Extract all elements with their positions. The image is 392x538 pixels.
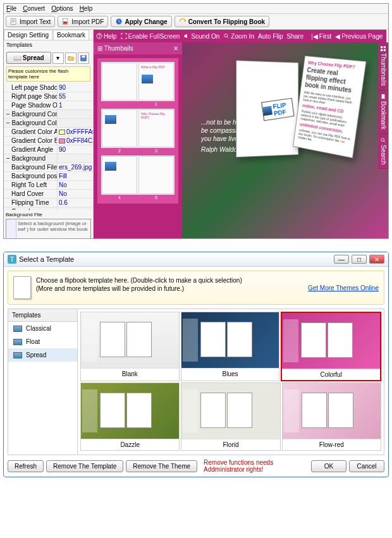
apply-icon — [115, 18, 123, 25]
grid-icon — [381, 46, 386, 51]
sidetab-bookmark[interactable]: Bookmark — [378, 90, 388, 134]
property-row[interactable]: − Background Color — [4, 119, 93, 128]
folder-icon — [68, 55, 74, 61]
info-line-1: Choose a flipbook template here. (Double… — [36, 276, 303, 284]
template-flowred[interactable]: Flow-red — [282, 382, 381, 451]
template-florid[interactable]: Florid — [181, 382, 280, 451]
autoflip-button[interactable]: Auto Flip — [258, 33, 283, 40]
remove-theme-button[interactable]: Remove The Theme — [126, 460, 197, 472]
template-spread-button[interactable]: 📖 Spread — [6, 52, 51, 64]
property-row[interactable]: Hard CoverNo — [4, 190, 93, 199]
property-row[interactable]: Gradient Color A0xFFFFA6 — [4, 128, 93, 137]
bookmark-icon — [381, 94, 386, 99]
svg-rect-2 — [64, 21, 68, 24]
property-row[interactable]: Gradient Angle90 — [4, 145, 93, 154]
template-blank[interactable]: Blank — [80, 312, 180, 381]
templates-label: Templates — [4, 40, 93, 49]
template-save-button[interactable] — [78, 52, 89, 64]
background-file-section: Background File Select a background (ima… — [6, 212, 91, 238]
book-right-page: Why Choose Flip PDF? Create real flippin… — [293, 56, 367, 159]
close-button[interactable]: ✕ — [369, 255, 384, 264]
flipbook-3d[interactable]: FLIP PDF Why Choose Flip PDF? Create rea… — [236, 49, 363, 162]
sidetab-search[interactable]: Search — [378, 134, 388, 169]
property-row[interactable]: − Background — [4, 154, 93, 163]
book-icon — [13, 276, 31, 299]
svg-text:?: ? — [98, 33, 101, 39]
template-dropdown-button[interactable]: ▾ — [52, 52, 64, 64]
apply-change-button[interactable]: Apply Change — [111, 16, 171, 27]
menu-options[interactable]: Options — [51, 5, 73, 12]
share-button[interactable]: Share — [287, 33, 304, 40]
template-category-classical[interactable]: Classical — [8, 322, 77, 335]
disk-icon — [80, 55, 87, 61]
bg-file-label: Background File — [6, 212, 91, 217]
thumbnail-item[interactable]: Why Choose Flip PDF? — [101, 109, 175, 148]
settings-panel: Design Setting Bookmark Templates 📖 Spre… — [4, 30, 94, 238]
convert-icon — [179, 18, 187, 25]
help-icon: ? — [96, 33, 102, 39]
import-pdf-button[interactable]: Import PDF — [58, 16, 108, 27]
bg-file-box[interactable]: Select a background (image or swf ) for … — [6, 219, 91, 238]
property-row[interactable]: Left page Shadow90 — [4, 83, 93, 92]
thumbnail-item[interactable]: What is Flip PDF — [101, 62, 175, 101]
sidetab-thumbnails[interactable]: Thumbnails — [378, 42, 388, 90]
first-page-button[interactable]: |◀ First — [311, 33, 331, 40]
template-colorful[interactable]: Colorful — [281, 312, 381, 381]
zoom-button[interactable]: Zoom In — [223, 33, 254, 40]
prev-page-button[interactable]: ◀ Previous Page — [335, 33, 383, 40]
svg-rect-11 — [381, 49, 383, 51]
svg-text:T: T — [10, 256, 14, 263]
template-dazzle[interactable]: Dazzle — [80, 382, 180, 451]
property-row[interactable]: − Sound — [4, 207, 93, 210]
property-row[interactable]: Page Shadow Opacity1 — [4, 101, 93, 110]
thumbnail-item[interactable] — [101, 156, 175, 195]
ok-button[interactable]: OK — [311, 460, 346, 472]
convert-book-button[interactable]: Convert To Flipping Book — [175, 16, 269, 27]
admin-warning: Remove functions needs Addministrator ri… — [200, 459, 309, 473]
property-row[interactable]: Flipping Time0.6 — [4, 199, 93, 207]
template-category-float[interactable]: Float — [8, 335, 77, 348]
cancel-button[interactable]: Cancel — [349, 460, 384, 472]
svg-rect-10 — [384, 46, 386, 48]
help-button[interactable]: ?Help — [96, 33, 117, 40]
template-category-list: Templates ClassicalFloatSpread — [8, 309, 78, 455]
maximize-button[interactable]: □ — [352, 255, 367, 264]
tab-bookmark[interactable]: Bookmark — [53, 30, 89, 40]
template-category-spread[interactable]: Spread — [8, 348, 77, 362]
import-text-button[interactable]: Import Text — [6, 16, 55, 27]
template-side-header: Templates — [8, 309, 77, 322]
property-row[interactable]: Right page Shadow55 — [4, 92, 93, 101]
property-row[interactable]: Right To LeftNo — [4, 181, 93, 190]
tab-design-setting[interactable]: Design Setting — [4, 30, 52, 40]
template-blues[interactable]: Blues — [181, 312, 280, 381]
get-more-themes-link[interactable]: Get More Themes Online — [308, 284, 379, 291]
main-toolbar: Import Text Import PDF Apply Change Conv… — [4, 14, 388, 30]
property-row[interactable]: Gradient Color B0xFF84C1 — [4, 137, 93, 145]
close-thumbnails-button[interactable]: ✕ — [173, 45, 178, 52]
property-row[interactable]: Background positionFill — [4, 172, 93, 181]
page-number[interactable]: 2-3/6 — [386, 30, 388, 43]
menu-help[interactable]: Help — [80, 5, 93, 12]
refresh-button[interactable]: Refresh — [8, 460, 44, 472]
book-area[interactable]: ...not to be happy. It be compassionate,… — [188, 49, 376, 232]
menu-file[interactable]: FFileile — [6, 5, 16, 12]
remove-template-button[interactable]: Remove The Template — [46, 460, 123, 472]
dialog-title: Select a Template — [19, 255, 331, 263]
sound-button[interactable]: Sound On — [183, 33, 219, 40]
import-text-icon — [10, 18, 18, 25]
menu-convert[interactable]: Convert — [23, 5, 45, 12]
template-grid: BlankBluesColorfulDazzleFloridFlow-red — [78, 309, 384, 455]
menubar: FFileile Convert Options Help — [4, 4, 388, 14]
property-row[interactable]: − Background Config — [4, 110, 93, 119]
minimize-button[interactable]: — — [334, 255, 349, 264]
svg-rect-9 — [381, 46, 383, 48]
thumbnails-panel: ⊞ Thumbails ✕ What is Flip PDF1Why Choos… — [94, 42, 182, 238]
viewer-toolbar: ?Help Enable FullScreen Sound On Zoom In… — [94, 30, 388, 42]
property-list[interactable]: Left page Shadow90Right page Shadow55Pag… — [4, 83, 93, 210]
template-folder-button[interactable] — [65, 52, 77, 64]
fullscreen-button[interactable]: Enable FullScreen — [121, 33, 180, 40]
svg-rect-12 — [384, 49, 386, 51]
viewer-side-tabs: Thumbnails Bookmark Search — [378, 42, 388, 169]
zoom-icon — [223, 33, 230, 39]
property-row[interactable]: Background Fileers_269.jpg ... — [4, 163, 93, 172]
